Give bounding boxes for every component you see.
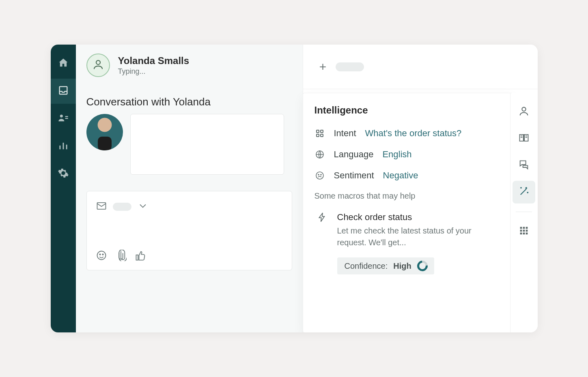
magic-wand-icon — [518, 186, 530, 199]
confidence-chip: Confidence: High — [337, 257, 434, 274]
message-composer[interactable] — [86, 191, 292, 270]
svg-rect-16 — [520, 227, 522, 229]
nav-home[interactable] — [51, 51, 76, 76]
sentiment-value[interactable]: Negative — [383, 170, 418, 181]
sentiment-label: Sentiment — [334, 170, 374, 181]
svg-point-6 — [102, 254, 103, 255]
lightning-icon — [317, 212, 329, 224]
svg-rect-10 — [321, 134, 323, 137]
customer-header: Yolanda Smalls Typing... — [76, 45, 303, 86]
mail-icon — [96, 200, 107, 213]
svg-point-1 — [60, 115, 62, 118]
rail-divider — [516, 212, 532, 212]
svg-point-5 — [99, 254, 100, 255]
nav-inbox[interactable] — [51, 79, 76, 104]
macro-item[interactable]: Check order status Let me check the late… — [314, 210, 501, 248]
message-row — [76, 112, 303, 179]
macro-title: Check order status — [337, 212, 501, 223]
customer-status: Typing... — [118, 67, 190, 76]
svg-rect-20 — [523, 230, 525, 232]
emoji-button[interactable] — [96, 250, 107, 263]
svg-point-13 — [318, 174, 319, 175]
channel-pill — [113, 203, 131, 211]
grid-icon — [314, 129, 325, 138]
svg-rect-19 — [520, 230, 522, 232]
confidence-value: High — [393, 261, 411, 271]
nav-settings[interactable] — [51, 161, 76, 186]
macro-description: Let me check the latest status of your r… — [337, 225, 501, 248]
left-nav — [51, 45, 76, 332]
tab-placeholder — [336, 62, 364, 71]
intent-row: Intent What's the order status? — [314, 128, 501, 139]
language-label: Language — [334, 149, 374, 160]
svg-rect-17 — [523, 227, 525, 229]
home-icon — [58, 57, 69, 70]
svg-point-14 — [321, 174, 321, 175]
add-tab-button[interactable]: + — [317, 61, 329, 73]
attachment-button[interactable] — [115, 250, 127, 263]
intelligence-title: Intelligence — [314, 105, 501, 116]
inbox-icon — [58, 85, 69, 98]
nav-analytics[interactable] — [51, 134, 76, 159]
globe-icon — [314, 150, 325, 159]
chat-icon — [518, 159, 530, 172]
gear-icon — [58, 167, 69, 180]
macros-help-text: Some macros that may help — [314, 191, 501, 201]
sad-face-icon — [314, 171, 325, 180]
svg-rect-21 — [526, 230, 528, 232]
conversation-panel: Yolanda Smalls Typing... Conversation wi… — [76, 45, 303, 332]
svg-rect-24 — [526, 233, 528, 235]
confidence-label: Confidence: — [345, 261, 388, 271]
message-avatar — [86, 114, 123, 150]
nav-contacts[interactable] — [51, 106, 76, 131]
rail-conversations[interactable] — [513, 154, 535, 177]
svg-rect-23 — [523, 233, 525, 235]
svg-rect-7 — [317, 130, 319, 133]
conversation-title: Conversation with Yolanda — [76, 86, 303, 112]
svg-rect-0 — [59, 87, 67, 94]
book-icon — [518, 132, 530, 145]
language-row: Language English — [314, 149, 501, 160]
contacts-icon — [58, 112, 69, 125]
intent-label: Intent — [334, 128, 356, 139]
progress-ring-icon — [415, 259, 430, 274]
apps-grid-icon — [518, 225, 530, 238]
thumbs-up-button[interactable] — [135, 250, 146, 263]
chevron-down-icon[interactable] — [137, 200, 149, 213]
svg-rect-3 — [97, 203, 106, 209]
rail-knowledge[interactable] — [513, 127, 535, 150]
message-bubble — [130, 114, 284, 175]
svg-point-15 — [522, 107, 526, 111]
svg-point-4 — [97, 251, 106, 260]
svg-rect-18 — [526, 227, 528, 229]
svg-rect-9 — [317, 134, 319, 137]
intent-value[interactable]: What's the order status? — [365, 128, 462, 139]
svg-point-2 — [96, 60, 100, 64]
bar-chart-icon — [58, 140, 69, 153]
rail-intelligence[interactable] — [513, 181, 535, 203]
intelligence-panel: Intelligence Intent What's the order sta… — [303, 93, 513, 332]
person-icon — [518, 105, 530, 118]
plus-icon: + — [319, 60, 327, 74]
customer-avatar — [86, 54, 110, 77]
rail-apps[interactable] — [513, 220, 535, 243]
svg-rect-22 — [520, 233, 522, 235]
rail-profile[interactable] — [513, 101, 535, 123]
customer-name: Yolanda Smalls — [118, 55, 190, 66]
sentiment-row: Sentiment Negative — [314, 170, 501, 181]
person-icon — [92, 58, 104, 72]
language-value[interactable]: English — [382, 149, 411, 160]
tab-strip: + — [303, 45, 538, 89]
svg-point-12 — [316, 172, 323, 179]
right-rail — [510, 93, 538, 332]
svg-rect-8 — [321, 130, 323, 133]
app-window: Yolanda Smalls Typing... Conversation wi… — [51, 45, 538, 332]
